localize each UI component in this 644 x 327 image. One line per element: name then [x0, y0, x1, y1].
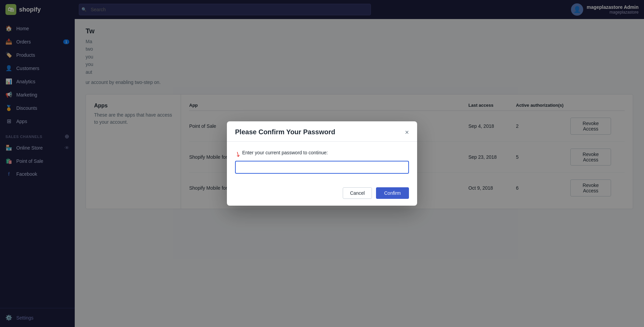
- modal-footer: Cancel Confirm: [227, 182, 417, 206]
- password-input[interactable]: [235, 161, 409, 174]
- modal-body: ↘ Enter your current password to continu…: [227, 142, 417, 182]
- modal-title: Please Confirm Your Password: [235, 128, 335, 136]
- confirm-button[interactable]: Confirm: [376, 187, 409, 199]
- password-label: Enter your current password to continue:: [242, 150, 328, 155]
- arrow-indicator-icon: ↘: [233, 149, 243, 159]
- modal-close-button[interactable]: ×: [405, 129, 409, 136]
- password-confirm-modal: Please Confirm Your Password × ↘ Enter y…: [227, 121, 417, 206]
- cancel-button[interactable]: Cancel: [343, 187, 372, 199]
- modal-header: Please Confirm Your Password ×: [227, 121, 417, 142]
- modal-overlay: Please Confirm Your Password × ↘ Enter y…: [0, 0, 644, 327]
